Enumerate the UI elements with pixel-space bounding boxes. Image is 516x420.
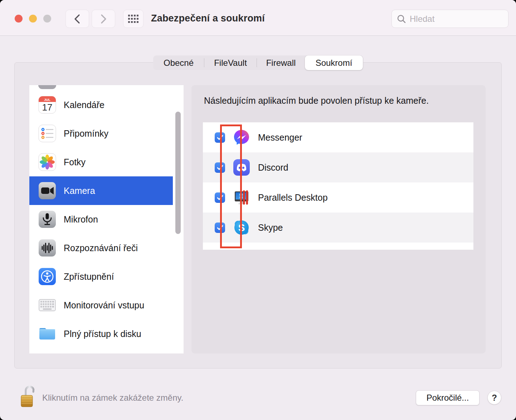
app-row-skype: S Skype [203, 213, 473, 243]
sidebar-scrollbar[interactable] [175, 112, 181, 234]
app-row-messenger: Messenger [203, 122, 473, 152]
tab-bar: Obecné FileVault Firewall Soukromí [153, 55, 363, 70]
sidebar-item-accessibility[interactable]: Zpřístupnění [29, 262, 173, 291]
back-button[interactable] [65, 10, 89, 28]
advanced-button[interactable]: Pokročilé... [416, 390, 480, 405]
sidebar-item-calendars[interactable]: JUL 17 Kalendáře [29, 91, 173, 119]
cutoff-icon [38, 85, 56, 89]
zoom-button-disabled [43, 15, 51, 23]
tab-firewall[interactable]: Firewall [257, 55, 305, 70]
full-disk-access-icon [38, 325, 56, 343]
accessibility-icon [38, 268, 56, 285]
input-monitoring-icon [38, 296, 56, 314]
photos-icon [38, 153, 56, 171]
app-label: Skype [258, 223, 283, 233]
reminders-icon [38, 124, 56, 142]
sidebar-item-photos[interactable]: Fotky [29, 148, 173, 176]
lock-hint-text: Kliknutím na zámek zakážete změny. [42, 393, 183, 403]
close-button[interactable] [15, 15, 23, 23]
tab-privacy[interactable]: Soukromí [305, 55, 363, 70]
svg-text:17: 17 [42, 102, 53, 113]
speech-recognition-icon [38, 239, 56, 257]
sidebar-item-reminders[interactable]: Připomínky [29, 119, 173, 148]
app-row-parallels: Parallels Desktop [203, 182, 473, 213]
microphone-icon [38, 210, 56, 228]
search-field[interactable] [391, 10, 508, 28]
help-button[interactable]: ? [487, 391, 501, 405]
app-label: Messenger [258, 132, 302, 143]
security-privacy-window: Zabezpečení a soukromí Obecné FileVault … [0, 0, 516, 420]
app-label: Discord [258, 162, 288, 173]
app-row-discord: Discord [203, 152, 473, 182]
open-padlock-icon [19, 385, 39, 409]
privacy-sidebar: JUL 17 Kalendáře Připomínky [29, 85, 184, 353]
minimize-button[interactable] [29, 15, 37, 23]
unlock-lock-button[interactable] [19, 385, 39, 410]
tab-filevault[interactable]: FileVault [204, 55, 257, 70]
titlebar: Zabezpečení a soukromí [0, 0, 516, 36]
grid-icon [128, 15, 139, 23]
camera-permissions-description: Následujícím aplikacím bude povolen přís… [204, 96, 429, 106]
camera-icon [38, 182, 56, 200]
show-all-button[interactable] [123, 10, 143, 28]
app-label: Parallels Desktop [258, 192, 328, 203]
chevron-right-icon [99, 14, 107, 24]
sidebar-item-full-disk-access[interactable]: Plný přístup k disku [29, 319, 173, 348]
calendar-icon: JUL 17 [38, 96, 56, 114]
search-icon [397, 14, 406, 24]
page-title: Zabezpečení a soukromí [151, 13, 265, 24]
checkbox-column-highlight [220, 124, 242, 248]
sidebar-item-speech-recognition[interactable]: Rozpoznávání řeči [29, 234, 173, 262]
camera-permissions-card: Následujícím aplikacím bude povolen přís… [191, 85, 486, 353]
sidebar-item-camera[interactable]: Kamera [29, 176, 173, 205]
tab-general[interactable]: Obecné [153, 55, 204, 70]
sidebar-item-microphone[interactable]: Mikrofon [29, 205, 173, 234]
search-input[interactable] [410, 14, 499, 24]
chevron-left-icon [73, 14, 81, 24]
forward-button[interactable] [92, 10, 115, 28]
sidebar-item-input-monitoring[interactable]: Monitorování vstupu [29, 291, 173, 319]
app-list: Messenger Discord [203, 122, 473, 250]
svg-text:JUL: JUL [44, 98, 50, 102]
